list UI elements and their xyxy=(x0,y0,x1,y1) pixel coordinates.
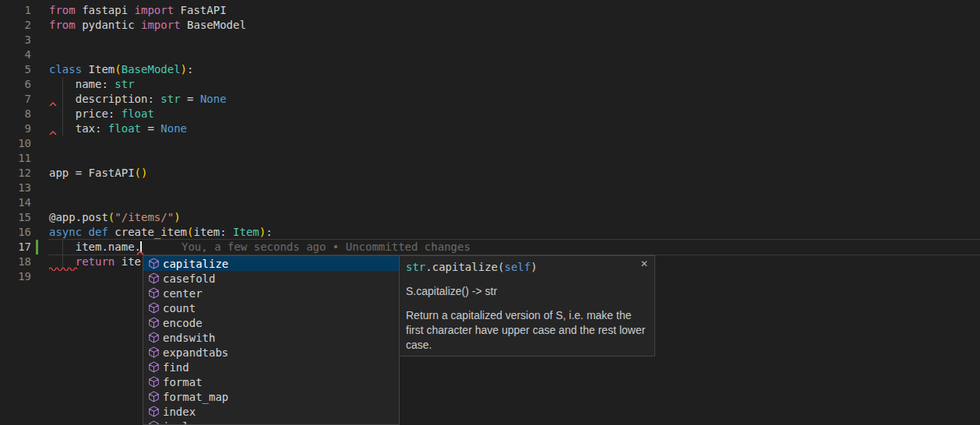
suggest-item-index[interactable]: index xyxy=(143,404,399,419)
code-text: price: float xyxy=(31,107,154,121)
line-number[interactable]: 14 xyxy=(0,195,31,210)
line-number[interactable]: 5 xyxy=(0,62,31,77)
code-text xyxy=(31,195,49,210)
suggest-item-label: find xyxy=(163,361,189,374)
line-number[interactable]: 17 xyxy=(0,240,31,255)
method-icon xyxy=(148,406,160,417)
line-number[interactable]: 9 xyxy=(0,121,31,136)
suggest-item-encode[interactable]: encode xyxy=(143,315,399,330)
code-line[interactable]: 3 xyxy=(0,33,980,47)
docs-signature: str.capitalize(self) xyxy=(406,261,648,274)
code-line[interactable]: 12app = FastAPI() xyxy=(0,166,980,181)
suggest-item-center[interactable]: center xyxy=(143,286,399,300)
suggest-item-isalnum[interactable]: isalnum xyxy=(143,419,399,425)
line-number[interactable]: 16 xyxy=(0,225,31,240)
line-number[interactable]: 12 xyxy=(0,166,31,181)
code-line[interactable]: 15@app.post("/items/") xyxy=(0,210,980,225)
code-text: tax: float = None xyxy=(31,121,187,136)
suggest-item-label: index xyxy=(163,406,196,418)
git-blame-annotation: You, a few seconds ago • Uncommitted cha… xyxy=(182,240,471,255)
code-text: description: str = None xyxy=(31,92,227,107)
code-line[interactable]: 6 name: str xyxy=(0,77,980,92)
code-line[interactable]: 13 xyxy=(0,181,980,195)
code-line[interactable]: 14 xyxy=(0,195,980,210)
method-icon xyxy=(148,346,160,358)
code-line[interactable]: 2from pydantic import BaseModel xyxy=(0,18,980,33)
suggest-item-format[interactable]: format xyxy=(143,374,399,389)
code-text: return ite xyxy=(31,255,141,269)
code-line[interactable]: 1from fastapi import FastAPI xyxy=(0,3,980,18)
code-line[interactable]: 17 item.name. xyxy=(0,240,980,255)
docs-return-type: S.capitalize() -> str xyxy=(406,285,648,297)
code-line[interactable]: 7 description: str = None xyxy=(0,92,980,107)
method-icon xyxy=(148,361,160,373)
close-icon[interactable]: ✕ xyxy=(640,259,648,269)
suggest-item-label: encode xyxy=(163,317,203,329)
code-line[interactable]: 5class Item(BaseModel): xyxy=(0,62,980,77)
code-text: async def create_item(item: Item): xyxy=(31,225,273,240)
suggest-item-label: expandtabs xyxy=(163,346,228,359)
method-icon xyxy=(148,391,160,402)
code-lines: 1from fastapi import FastAPI2from pydant… xyxy=(0,3,980,284)
suggest-item-expandtabs[interactable]: expandtabs xyxy=(143,345,399,360)
method-icon xyxy=(148,332,160,343)
suggest-docs-panel: str.capitalize(self) ✕ S.capitalize() ->… xyxy=(399,255,655,357)
suggest-item-label: isalnum xyxy=(163,420,209,425)
suggest-item-casefold[interactable]: casefold xyxy=(143,271,399,286)
suggest-item-label: capitalize xyxy=(163,258,228,270)
method-icon xyxy=(148,302,160,314)
line-number[interactable]: 2 xyxy=(0,18,31,33)
suggest-item-label: format_map xyxy=(163,391,228,403)
suggest-list[interactable]: capitalizecasefoldcentercountencodeendsw… xyxy=(143,255,400,425)
suggest-item-find[interactable]: find xyxy=(143,360,399,374)
suggest-item-capitalize[interactable]: capitalize xyxy=(143,256,399,271)
line-number[interactable]: 6 xyxy=(0,77,31,92)
code-text xyxy=(31,151,49,166)
line-number[interactable]: 8 xyxy=(0,107,31,121)
code-text: name: str xyxy=(31,77,135,92)
indent-guide xyxy=(62,77,63,136)
line-number[interactable]: 15 xyxy=(0,210,31,225)
code-line[interactable]: 16async def create_item(item: Item): xyxy=(0,225,980,240)
code-line[interactable]: 10 xyxy=(0,136,980,151)
code-text: @app.post("/items/") xyxy=(31,210,181,225)
code-text xyxy=(31,269,49,284)
suggest-item-format_map[interactable]: format_map xyxy=(143,389,399,404)
suggest-item-label: casefold xyxy=(163,272,215,285)
method-icon xyxy=(148,420,160,425)
code-line[interactable]: 8 price: float xyxy=(0,107,980,121)
code-text xyxy=(31,136,49,151)
code-line[interactable]: 9 tax: float = None xyxy=(0,121,980,136)
line-number[interactable]: 18 xyxy=(0,255,31,269)
line-number[interactable]: 7 xyxy=(0,92,31,107)
docs-description: Return a capitalized version of S, i.e. … xyxy=(406,308,649,353)
method-icon xyxy=(148,376,160,388)
suggest-item-endswith[interactable]: endswith xyxy=(143,330,399,345)
code-editor: 1from fastapi import FastAPI2from pydant… xyxy=(0,0,980,425)
code-text: item.name. xyxy=(31,240,141,255)
code-text: class Item(BaseModel): xyxy=(31,62,193,77)
method-icon xyxy=(148,258,160,269)
suggest-item-count[interactable]: count xyxy=(143,300,399,315)
line-number[interactable]: 10 xyxy=(0,136,31,151)
code-text: app = FastAPI() xyxy=(31,166,147,181)
code-text: from fastapi import FastAPI xyxy=(31,3,227,18)
line-number[interactable]: 13 xyxy=(0,181,31,195)
gutter-added-indicator xyxy=(36,240,38,255)
method-icon xyxy=(148,272,160,284)
code-line[interactable]: 11 xyxy=(0,151,980,166)
code-line[interactable]: 4 xyxy=(0,47,980,62)
line-number[interactable]: 4 xyxy=(0,47,31,62)
code-text: from pydantic import BaseModel xyxy=(31,18,246,33)
suggest-item-label: center xyxy=(163,287,203,300)
suggest-item-label: format xyxy=(163,376,203,388)
line-number[interactable]: 19 xyxy=(0,269,31,284)
line-number[interactable]: 1 xyxy=(0,3,31,18)
suggest-item-label: count xyxy=(163,302,196,314)
method-icon xyxy=(148,287,160,299)
line-number[interactable]: 3 xyxy=(0,33,31,47)
suggest-item-label: endswith xyxy=(163,332,215,344)
line-number[interactable]: 11 xyxy=(0,151,31,166)
code-text xyxy=(31,33,49,47)
indent-guide xyxy=(62,240,63,269)
